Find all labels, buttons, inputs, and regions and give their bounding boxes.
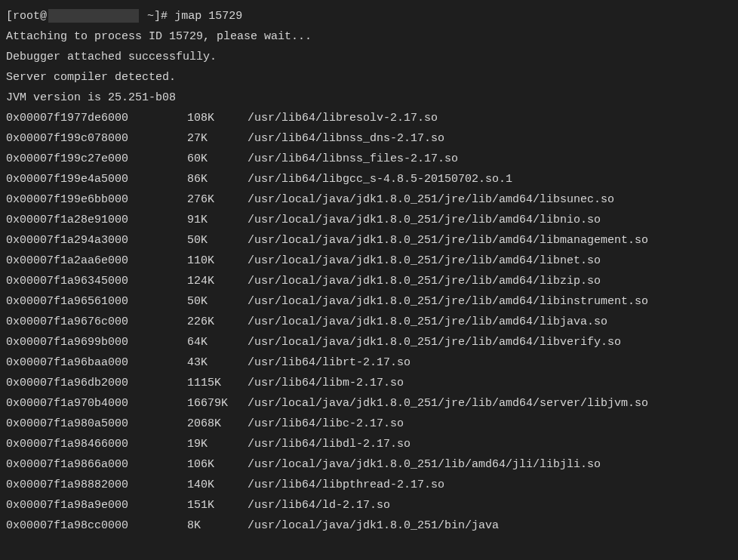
- cell-address: 0x00007f199e4a5000: [6, 169, 187, 189]
- msg-compiler: Server compiler detected.: [6, 67, 732, 88]
- cell-path: /usr/lib64/libresolv-2.17.so: [248, 108, 438, 128]
- cell-path: /usr/local/java/jdk1.8.0_251/jre/lib/amd…: [248, 291, 648, 312]
- cell-size: 2068K: [187, 414, 248, 434]
- cell-path: /usr/lib64/libpthread-2.17.so: [248, 475, 444, 495]
- cell-size: 60K: [187, 149, 248, 169]
- table-row: 0x00007f199e6bb000276K/usr/local/java/jd…: [6, 189, 732, 210]
- table-row: 0x00007f1a96baa00043K/usr/lib64/librt-2.…: [6, 352, 732, 373]
- cell-address: 0x00007f1a96db2000: [6, 373, 187, 393]
- table-row: 0x00007f1977de6000108K/usr/lib64/libreso…: [6, 108, 732, 128]
- cell-size: 86K: [187, 169, 248, 189]
- cell-path: /usr/local/java/jdk1.8.0_251/jre/lib/amd…: [248, 210, 601, 230]
- cell-path: /usr/lib64/libm-2.17.so: [248, 373, 404, 393]
- cell-size: 27K: [187, 128, 248, 149]
- cell-path: /usr/local/java/jdk1.8.0_251/bin/java: [248, 515, 499, 536]
- cell-path: /usr/lib64/libnss_dns-2.17.so: [248, 128, 444, 149]
- prompt-user: root: [13, 10, 40, 23]
- msg-attached: Debugger attached successfully.: [6, 47, 732, 67]
- table-row: 0x00007f1a9676c000226K/usr/local/java/jd…: [6, 312, 732, 332]
- cell-address: 0x00007f1a980a5000: [6, 414, 187, 434]
- msg-jvm-version: JVM version is 25.251-b08: [6, 88, 732, 108]
- cell-path: /usr/local/java/jdk1.8.0_251/jre/lib/amd…: [248, 271, 601, 291]
- cell-size: 110K: [187, 251, 248, 271]
- prompt-char: #: [161, 10, 168, 23]
- cell-path: /usr/local/java/jdk1.8.0_251/lib/amd64/j…: [248, 454, 601, 475]
- cell-path: /usr/local/java/jdk1.8.0_251/jre/lib/amd…: [248, 230, 648, 251]
- cell-size: 106K: [187, 454, 248, 475]
- table-row: 0x00007f1a2aa6e000110K/usr/local/java/jd…: [6, 251, 732, 271]
- cell-address: 0x00007f1a96345000: [6, 271, 187, 291]
- cell-size: 226K: [187, 312, 248, 332]
- cell-address: 0x00007f1a9866a000: [6, 454, 187, 475]
- prompt-cwd: ~: [147, 10, 154, 23]
- cell-size: 124K: [187, 271, 248, 291]
- table-row: 0x00007f1a9846600019K/usr/lib64/libdl-2.…: [6, 434, 732, 454]
- table-row: 0x00007f1a98882000140K/usr/lib64/libpthr…: [6, 475, 732, 495]
- cell-address: 0x00007f1a98882000: [6, 475, 187, 495]
- table-row: 0x00007f1a980a50002068K/usr/lib64/libc-2…: [6, 414, 732, 434]
- table-row: 0x00007f1a9656100050K/usr/local/java/jdk…: [6, 291, 732, 312]
- prompt-command: jmap 15729: [174, 10, 242, 23]
- cell-address: 0x00007f1a9699b000: [6, 332, 187, 352]
- table-row: 0x00007f1a970b400016679K/usr/local/java/…: [6, 393, 732, 414]
- cell-address: 0x00007f1a98a9e000: [6, 495, 187, 515]
- cell-path: /usr/lib64/librt-2.17.so: [248, 352, 411, 373]
- cell-address: 0x00007f1977de6000: [6, 108, 187, 128]
- cell-path: /usr/local/java/jdk1.8.0_251/jre/lib/amd…: [248, 312, 607, 332]
- cell-size: 276K: [187, 189, 248, 210]
- terminal-output: [root@ ~]# jmap 15729 Attaching to proce…: [6, 6, 732, 536]
- table-row: 0x00007f1a98a9e000151K/usr/lib64/ld-2.17…: [6, 495, 732, 515]
- cell-size: 50K: [187, 291, 248, 312]
- cell-path: /usr/local/java/jdk1.8.0_251/jre/lib/amd…: [248, 393, 648, 414]
- cell-path: /usr/lib64/libdl-2.17.so: [248, 434, 411, 454]
- memory-map-table: 0x00007f1977de6000108K/usr/lib64/libreso…: [6, 108, 732, 536]
- cell-path: /usr/lib64/libnss_files-2.17.so: [248, 149, 458, 169]
- cell-size: 1115K: [187, 373, 248, 393]
- cell-address: 0x00007f199c078000: [6, 128, 187, 149]
- prompt-host-masked: [48, 9, 139, 23]
- cell-address: 0x00007f1a2aa6e000: [6, 251, 187, 271]
- cell-path: /usr/lib64/ld-2.17.so: [248, 495, 390, 515]
- table-row: 0x00007f1a9699b00064K/usr/local/java/jdk…: [6, 332, 732, 352]
- cell-address: 0x00007f1a294a3000: [6, 230, 187, 251]
- cell-address: 0x00007f1a98cc0000: [6, 515, 187, 536]
- table-row: 0x00007f1a294a300050K/usr/local/java/jdk…: [6, 230, 732, 251]
- table-row: 0x00007f1a28e9100091K/usr/local/java/jdk…: [6, 210, 732, 230]
- cell-path: /usr/local/java/jdk1.8.0_251/jre/lib/amd…: [248, 332, 621, 352]
- prompt-line[interactable]: [root@ ~]# jmap 15729: [6, 6, 732, 26]
- cell-address: 0x00007f1a970b4000: [6, 393, 187, 414]
- cell-path: /usr/local/java/jdk1.8.0_251/jre/lib/amd…: [248, 251, 601, 271]
- table-row: 0x00007f1a9866a000106K/usr/local/java/jd…: [6, 454, 732, 475]
- cell-size: 8K: [187, 515, 248, 536]
- cell-address: 0x00007f199c27e000: [6, 149, 187, 169]
- table-row: 0x00007f199c07800027K/usr/lib64/libnss_d…: [6, 128, 732, 149]
- cell-size: 151K: [187, 495, 248, 515]
- cell-path: /usr/lib64/libc-2.17.so: [248, 414, 404, 434]
- cell-size: 16679K: [187, 393, 248, 414]
- cell-address: 0x00007f199e6bb000: [6, 189, 187, 210]
- cell-address: 0x00007f1a96baa000: [6, 352, 187, 373]
- cell-size: 43K: [187, 352, 248, 373]
- cell-path: /usr/lib64/libgcc_s-4.8.5-20150702.so.1: [248, 169, 512, 189]
- cell-size: 91K: [187, 210, 248, 230]
- cell-address: 0x00007f1a98466000: [6, 434, 187, 454]
- table-row: 0x00007f1a96345000124K/usr/local/java/jd…: [6, 271, 732, 291]
- table-row: 0x00007f1a96db20001115K/usr/lib64/libm-2…: [6, 373, 732, 393]
- cell-size: 140K: [187, 475, 248, 495]
- cell-address: 0x00007f1a28e91000: [6, 210, 187, 230]
- table-row: 0x00007f199c27e00060K/usr/lib64/libnss_f…: [6, 149, 732, 169]
- table-row: 0x00007f1a98cc00008K/usr/local/java/jdk1…: [6, 515, 732, 536]
- cell-address: 0x00007f1a9676c000: [6, 312, 187, 332]
- cell-address: 0x00007f1a96561000: [6, 291, 187, 312]
- cell-size: 108K: [187, 108, 248, 128]
- prompt-at: @: [40, 10, 47, 23]
- cell-size: 64K: [187, 332, 248, 352]
- cell-path: /usr/local/java/jdk1.8.0_251/jre/lib/amd…: [248, 189, 614, 210]
- msg-attaching: Attaching to process ID 15729, please wa…: [6, 26, 732, 47]
- table-row: 0x00007f199e4a500086K/usr/lib64/libgcc_s…: [6, 169, 732, 189]
- cell-size: 19K: [187, 434, 248, 454]
- cell-size: 50K: [187, 230, 248, 251]
